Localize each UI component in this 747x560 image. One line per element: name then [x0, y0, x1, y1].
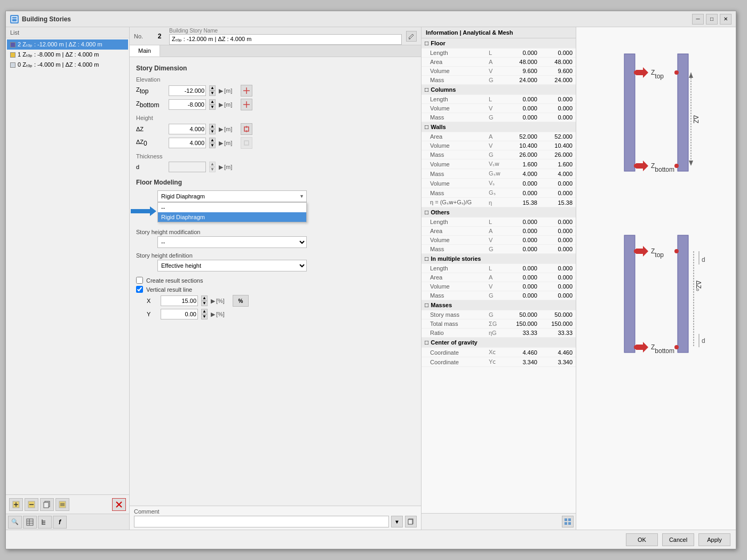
y-input[interactable] — [161, 309, 198, 319]
comment-dropdown-btn[interactable]: ▼ — [391, 516, 403, 527]
svg-rect-0 — [12, 17, 17, 22]
dz0-link-button[interactable] — [241, 137, 252, 149]
dz0-spinner[interactable]: ▲▼ — [209, 138, 216, 148]
info-data-row: Coordinate Yᴄ 3.340 3.340 — [422, 357, 576, 367]
svg-point-57 — [634, 249, 638, 253]
table-tool-button[interactable] — [23, 516, 37, 529]
option-rigid-diaphragm[interactable]: Rigid Diaphragm — [158, 212, 306, 222]
close-button[interactable]: ✕ — [720, 14, 732, 25]
maximize-button[interactable]: □ — [706, 14, 718, 25]
info-data-row: Volume Vₛ 0.000 0.000 — [422, 179, 576, 188]
svg-text:Ztop: Ztop — [651, 247, 664, 259]
x-input[interactable] — [161, 295, 198, 306]
x-spinner[interactable]: ▲▼ — [201, 295, 208, 306]
dz0-label: ΔZ0 — [136, 139, 165, 147]
svg-point-58 — [674, 249, 679, 253]
info-data-row: Length L 0.000 0.000 — [422, 49, 576, 58]
floor-modeling-select[interactable]: Rigid Diaphragm — [157, 190, 307, 202]
comment-input[interactable] — [134, 516, 389, 527]
remove-story-button[interactable] — [25, 498, 38, 511]
thickness-row: d ▲▼ ▶ [m] — [136, 162, 415, 172]
svg-point-68 — [674, 345, 679, 349]
story-height-def-select[interactable]: Effective height Full height — [157, 260, 307, 271]
info-data-row: Volume V 0.000 0.000 — [422, 282, 576, 291]
info-grid-button[interactable] — [562, 516, 574, 527]
story-name-input[interactable] — [169, 34, 402, 45]
apply-button[interactable]: Apply — [698, 533, 730, 546]
title-bar: Building Stories ─ □ ✕ — [6, 11, 736, 27]
ok-button[interactable]: OK — [626, 533, 658, 546]
add-story-button[interactable] — [9, 498, 23, 511]
story-item-0[interactable]: 0 Zₜ₀ₚ : -4.000 m | ΔZ : 4.000 m — [7, 60, 128, 70]
thickness-input[interactable] — [169, 162, 206, 172]
create-result-sections-row: Create result sections — [136, 277, 415, 284]
ztop-input[interactable] — [169, 85, 206, 96]
percent-button[interactable]: % — [233, 295, 249, 307]
story-dimension-title: Story Dimension — [136, 65, 415, 72]
story-item-1[interactable]: 1 Zₜ₀ₚ : -8.000 m | ΔZ : 4.000 m — [7, 50, 128, 60]
function-tool-button[interactable]: f — [53, 516, 67, 529]
story-color-2 — [10, 42, 15, 47]
y-label: Y — [147, 311, 157, 317]
zbottom-row: Zbottom ▲▼ ▶ [m] — [136, 99, 415, 110]
info-section-center-of-gravity[interactable]: □Center of gravity — [422, 338, 576, 348]
diagram-panel: Ztop ΔZ Zbottom — [576, 27, 736, 530]
info-section-floor[interactable]: □Floor — [422, 38, 576, 49]
info-section-in-multiple-stories[interactable]: □In multiple stories — [422, 254, 576, 264]
info-section-masses[interactable]: □Masses — [422, 300, 576, 310]
tab-main[interactable]: Main — [130, 45, 160, 57]
y-unit: [%] — [216, 311, 229, 317]
minimize-button[interactable]: ─ — [692, 14, 704, 25]
story-height-mod-select[interactable]: -- — [157, 236, 307, 248]
thickness-spinner[interactable]: ▲▼ — [209, 162, 216, 172]
settings-story-button[interactable] — [55, 498, 69, 511]
story-item-2[interactable]: 2 Zₜ₀ₚ : -12.000 m | ΔZ : 4.000 m — [7, 39, 128, 50]
story-color-1 — [10, 52, 15, 58]
ztop-spinner[interactable]: ▲▼ — [209, 85, 216, 96]
dz-link-button[interactable] — [241, 123, 252, 135]
delete-story-button[interactable] — [112, 498, 126, 511]
left-bottom-toolbar — [6, 494, 129, 514]
info-data-row: Length L 0.000 0.000 — [422, 95, 576, 104]
svg-point-43 — [634, 70, 638, 75]
x-label: X — [147, 298, 157, 304]
ztop-unit: [m] — [224, 87, 237, 94]
floor-modeling-dropdown-list: -- Rigid Diaphragm — [157, 202, 307, 222]
ztop-link-button[interactable] — [241, 85, 252, 97]
cancel-button[interactable]: Cancel — [662, 533, 694, 546]
info-panel-title: Information | Analytical & Mesh — [422, 27, 576, 38]
vertical-result-line-checkbox[interactable] — [136, 286, 143, 293]
zbottom-link-button[interactable] — [241, 99, 252, 110]
svg-point-67 — [634, 345, 638, 349]
copy-story-button[interactable] — [40, 498, 54, 511]
dz-input[interactable] — [169, 124, 206, 134]
info-section-walls[interactable]: □Walls — [422, 122, 576, 132]
zbottom-spinner[interactable]: ▲▼ — [209, 99, 216, 110]
window-controls: ─ □ ✕ — [692, 14, 732, 25]
edit-name-button[interactable] — [406, 31, 417, 42]
tree-tool-button[interactable] — [38, 516, 52, 529]
dz0-unit: [m] — [224, 140, 237, 146]
comment-copy-btn[interactable] — [405, 516, 417, 527]
x-unit: [%] — [216, 298, 229, 304]
create-result-sections-checkbox[interactable] — [136, 277, 143, 284]
info-section-others[interactable]: □Others — [422, 207, 576, 218]
info-data-row: Story mass G 50.000 50.000 — [422, 310, 576, 319]
svg-point-44 — [674, 70, 679, 75]
search-tool-button[interactable]: 🔍 — [8, 516, 22, 529]
svg-text:Zbottom: Zbottom — [651, 343, 674, 355]
info-data-row: Volume V 0.000 0.000 — [422, 236, 576, 245]
svg-rect-31 — [244, 141, 249, 145]
dz-spinner[interactable]: ▲▼ — [209, 124, 216, 134]
info-section-columns[interactable]: □Columns — [422, 85, 576, 95]
svg-text:Zbottom: Zbottom — [651, 162, 674, 173]
vertical-result-line-label: Vertical result line — [146, 286, 192, 293]
zbottom-input[interactable] — [169, 99, 206, 110]
y-spinner[interactable]: ▲▼ — [201, 309, 208, 319]
info-data-row: Length L 0.000 0.000 — [422, 264, 576, 273]
option-dash[interactable]: -- — [158, 203, 306, 212]
info-data-row: Mass Gₛᴡ 4.000 4.000 — [422, 169, 576, 179]
ztop-row: Ztop ▲▼ ▶ [m] — [136, 85, 415, 97]
window-icon — [10, 15, 19, 23]
dz0-input[interactable] — [169, 138, 206, 148]
